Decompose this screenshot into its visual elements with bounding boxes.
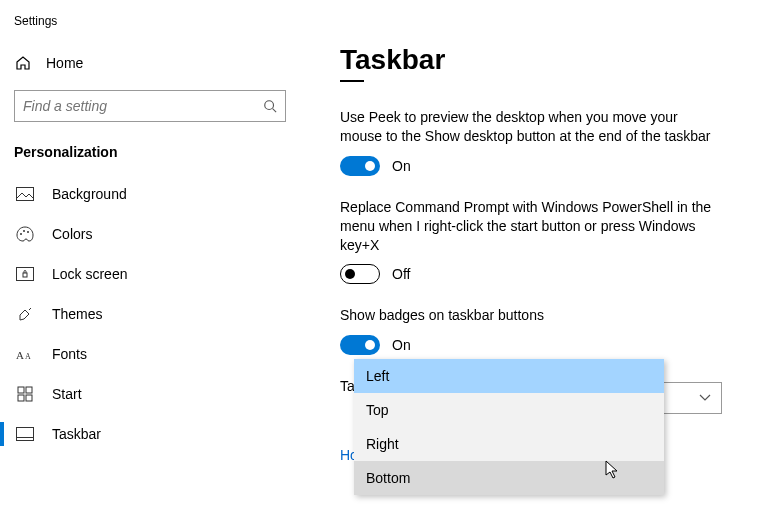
dropdown-option-right[interactable]: Right [354,427,664,461]
sidebar-item-label: Themes [52,306,103,322]
sidebar-item-lockscreen[interactable]: Lock screen [0,254,300,294]
svg-rect-6 [17,268,34,281]
svg-rect-7 [23,273,27,277]
sidebar-item-label: Taskbar [52,426,101,442]
start-icon [16,385,34,403]
sidebar: Settings Home Personalization Background [0,0,300,523]
svg-rect-15 [17,428,34,441]
svg-point-4 [23,230,25,232]
sidebar-item-themes[interactable]: Themes [0,294,300,334]
svg-rect-13 [18,395,24,401]
svg-line-8 [29,308,31,310]
sidebar-item-taskbar[interactable]: Taskbar [0,414,300,454]
sidebar-item-label: Fonts [52,346,87,362]
sidebar-item-background[interactable]: Background [0,174,300,214]
sidebar-item-colors[interactable]: Colors [0,214,300,254]
svg-line-1 [273,109,277,113]
app-title: Settings [0,10,300,46]
toggle-state: On [392,337,411,353]
setting-desc: Show badges on taskbar buttons [340,306,720,325]
setting-badges: Show badges on taskbar buttons On [340,306,738,355]
sidebar-item-label: Lock screen [52,266,127,282]
svg-text:A: A [16,349,24,361]
svg-point-0 [265,101,274,110]
setting-desc: Replace Command Prompt with Windows Powe… [340,198,720,255]
search-icon [263,99,277,113]
sidebar-item-label: Colors [52,226,92,242]
palette-icon [16,225,34,243]
dropdown-option-left[interactable]: Left [354,359,664,393]
taskbar-icon [16,425,34,443]
setting-desc: Use Peek to preview the desktop when you… [340,108,720,146]
location-dropdown: Left Top Right Bottom [354,359,664,495]
setting-peek: Use Peek to preview the desktop when you… [340,108,738,176]
lockscreen-icon [16,265,34,283]
toggle-badges[interactable] [340,335,380,355]
svg-text:A: A [25,352,31,361]
search-box[interactable] [14,90,286,122]
home-nav[interactable]: Home [0,46,300,80]
search-input[interactable] [23,98,263,114]
fonts-icon: AA [16,345,34,363]
svg-point-3 [20,233,22,235]
svg-rect-12 [26,387,32,393]
svg-point-5 [27,231,29,233]
sidebar-item-label: Background [52,186,127,202]
toggle-peek[interactable] [340,156,380,176]
setting-powershell: Replace Command Prompt with Windows Powe… [340,198,738,285]
dropdown-option-top[interactable]: Top [354,393,664,427]
themes-icon [16,305,34,323]
dropdown-option-bottom[interactable]: Bottom [354,461,664,495]
toggle-powershell[interactable] [340,264,380,284]
home-icon [14,54,32,72]
page-title: Taskbar [340,44,738,76]
sidebar-item-start[interactable]: Start [0,374,300,414]
svg-rect-14 [26,395,32,401]
category-title: Personalization [0,138,300,174]
svg-rect-2 [17,188,34,201]
sidebar-item-fonts[interactable]: AA Fonts [0,334,300,374]
sidebar-item-label: Start [52,386,82,402]
chevron-down-icon [699,394,711,402]
toggle-state: On [392,158,411,174]
toggle-state: Off [392,266,410,282]
svg-rect-11 [18,387,24,393]
home-label: Home [46,55,83,71]
title-underline [340,80,364,82]
image-icon [16,185,34,203]
